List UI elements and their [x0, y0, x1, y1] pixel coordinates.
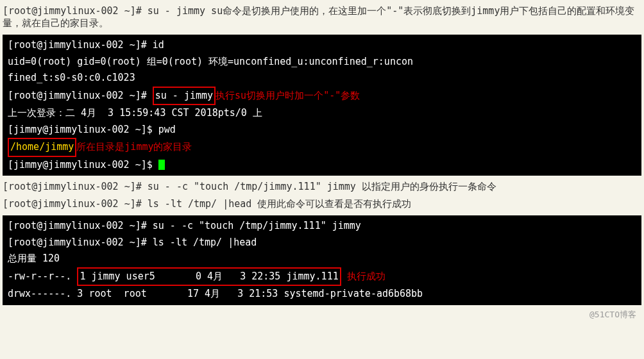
highlighted-path: /home/jimmy: [8, 138, 76, 157]
command-note: 以指定用户的身份执行一条命令: [356, 181, 496, 192]
term-row: uid=0(root) gid=0(root) 组=0(root) 环境=unc…: [8, 54, 636, 71]
terminal-block-1: [root@jimmylinux-002 ~]# id uid=0(root) …: [3, 35, 641, 176]
highlighted-command: su - jimmy: [153, 87, 216, 106]
command-line-3: [root@jimmylinux-002 ~]# ls -lt /tmp/ |h…: [3, 196, 641, 213]
term-row: -rw-r--r--. 1 jimmy user5 0 4月 3 22:35 j…: [8, 267, 636, 287]
term-row: [jimmy@jimmylinux-002 ~]$: [8, 157, 636, 174]
term-row: 上一次登录：二 4月 3 15:59:43 CST 2018pts/0 上: [8, 105, 636, 122]
term-row: [root@jimmylinux-002 ~]# ls -lt /tmp/ |h…: [8, 235, 636, 251]
red-annotation: 执行su切换用户时加一个"-"参数: [216, 90, 360, 101]
prompt-text: [root@jimmylinux-002 ~]# ls -lt /tmp/ |h…: [3, 198, 251, 210]
command-line-2: [root@jimmylinux-002 ~]# su - -c "touch …: [3, 178, 641, 196]
term-row: [root@jimmylinux-002 ~]# su - -c "touch …: [8, 218, 636, 235]
term-row: drwx------. 3 root root 17 4月 3 21:53 sy…: [8, 286, 636, 303]
term-row: [root@jimmylinux-002 ~]# su - jimmy执行su切…: [8, 87, 636, 106]
cursor-icon: [158, 160, 165, 170]
term-row: 总用量 120: [8, 251, 636, 267]
command-line-1: [root@jimmylinux-002 ~]# su - jimmy su命令…: [3, 3, 641, 32]
term-row: fined_t:s0-s0:c0.c1023: [8, 70, 636, 87]
watermark: @51CTO博客: [3, 308, 641, 322]
prompt-text: [root@jimmylinux-002 ~]# su - jimmy: [3, 5, 205, 17]
terminal-block-2: [root@jimmylinux-002 ~]# su - -c "touch …: [3, 215, 641, 305]
term-row: /home/jimmy所在目录是jimmy的家目录: [8, 138, 636, 157]
red-annotation: 所在目录是jimmy的家目录: [76, 141, 192, 153]
term-row: [root@jimmylinux-002 ~]# id: [8, 37, 636, 54]
term-row: [jimmy@jimmylinux-002 ~]$ pwd: [8, 122, 636, 138]
prompt-text: [root@jimmylinux-002 ~]# su - -c "touch …: [3, 181, 356, 192]
highlighted-output: 1 jimmy user5 0 4月 3 22:35 jimmy.111: [77, 267, 341, 287]
red-annotation: 执行成功: [341, 271, 386, 282]
command-note: 使用此命令可以查看是否有执行成功: [251, 198, 411, 210]
